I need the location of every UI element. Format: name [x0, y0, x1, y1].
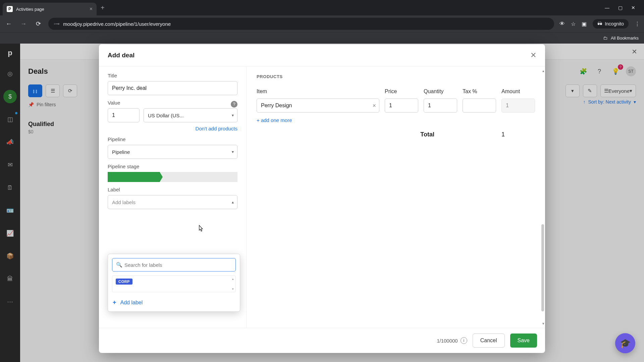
modal-right-column: PRODUCTS Item Price Quantity Tax % Amoun…	[247, 67, 545, 328]
incognito-icon: 🕶	[597, 21, 602, 26]
browser-chrome: P Activities page × + — ▢ ✕ ← → ⟳ ◦⊸ moo…	[0, 0, 644, 44]
incognito-badge[interactable]: 🕶 Incognito	[593, 19, 629, 28]
value-label: Value	[108, 100, 120, 106]
search-icon: 🔍	[116, 262, 122, 268]
pipeline-stage-selector[interactable]	[108, 172, 237, 182]
chevron-down-icon: ▾	[232, 113, 234, 118]
add-one-more-link[interactable]: + add one more	[257, 117, 535, 123]
plus-icon: +	[113, 299, 116, 306]
col-price: Price	[385, 88, 418, 95]
back-icon[interactable]: ←	[4, 20, 13, 27]
product-row: ×	[257, 99, 535, 113]
incognito-label: Incognito	[605, 21, 624, 26]
stage-segment[interactable]	[185, 172, 211, 182]
label-select[interactable]: Add labels ▴	[108, 195, 237, 209]
info-icon[interactable]: i	[461, 337, 467, 344]
product-item-input[interactable]	[257, 99, 379, 113]
address-bar[interactable]: ◦⊸ moodjoy.pipedrive.com/pipeline/1/user…	[48, 18, 554, 30]
browser-tab[interactable]: P Activities page ×	[3, 3, 97, 15]
label-field-label: Label	[108, 187, 237, 192]
label-options-list[interactable]: CORP ▴▾	[112, 276, 236, 292]
dont-add-products-link[interactable]: Don't add products	[196, 126, 237, 131]
counter-text: 1/100000	[437, 338, 458, 344]
value-help-icon[interactable]: ?	[231, 101, 237, 108]
total-label: Total	[420, 131, 434, 138]
window-controls: — ▢ ✕	[605, 5, 641, 10]
modal-close-icon[interactable]: ✕	[530, 51, 536, 60]
clear-item-icon[interactable]: ×	[372, 102, 376, 109]
new-tab-button[interactable]: +	[101, 4, 105, 12]
scroll-up-icon[interactable]: ▴	[542, 69, 544, 73]
mini-scrollbar[interactable]: ▴▾	[231, 277, 235, 291]
product-tax-input[interactable]	[463, 99, 496, 113]
title-label: Title	[108, 73, 237, 78]
caret-up-icon: ▴	[232, 200, 234, 204]
tab-close-icon[interactable]: ×	[90, 6, 93, 12]
minimize-icon[interactable]: —	[605, 5, 609, 10]
save-button[interactable]: Save	[510, 334, 537, 348]
close-window-icon[interactable]: ✕	[631, 5, 635, 10]
eye-off-icon[interactable]: 👁	[559, 21, 565, 27]
more-menu-icon[interactable]: ⋮	[635, 21, 640, 27]
total-amount: 1	[501, 131, 535, 138]
address-row: ← → ⟳ ◦⊸ moodjoy.pipedrive.com/pipeline/…	[0, 15, 644, 32]
scroll-down-icon[interactable]: ▾	[542, 321, 544, 326]
panel-icon[interactable]: ▣	[582, 21, 587, 27]
add-deal-modal: Add deal ✕ Title Value ? US Dollar (US..…	[99, 44, 545, 353]
modal-scrollbar[interactable]: ▴ ▾	[540, 67, 545, 328]
scroll-thumb[interactable]	[541, 224, 544, 311]
stage-segment[interactable]	[133, 172, 159, 182]
pipeline-select[interactable]: Pipeline ▾	[108, 145, 237, 159]
col-tax: Tax %	[463, 88, 496, 95]
modal-left-column: Title Value ? US Dollar (US... ▾ Don't a…	[99, 67, 247, 328]
bookmark-star-icon[interactable]: ☆	[571, 21, 576, 27]
help-fab-icon[interactable]: 🎓	[615, 333, 635, 353]
products-section-header: PRODUCTS	[257, 74, 535, 79]
product-amount-output	[501, 99, 535, 113]
reload-icon[interactable]: ⟳	[34, 20, 43, 27]
add-label-button[interactable]: + Add label	[112, 298, 236, 307]
stage-segment[interactable]	[160, 172, 185, 182]
product-qty-input[interactable]	[424, 99, 457, 113]
label-search-input[interactable]	[112, 258, 236, 272]
currency-select[interactable]: US Dollar (US... ▾	[144, 108, 237, 122]
pipeline-label: Pipeline	[108, 136, 237, 142]
product-price-input[interactable]	[385, 99, 418, 113]
all-bookmarks-link[interactable]: All Bookmarks	[611, 36, 639, 41]
col-item: Item	[257, 88, 379, 95]
stage-segment[interactable]	[212, 172, 237, 182]
tab-title: Activities page	[16, 7, 86, 12]
tab-bar: P Activities page × + — ▢ ✕	[0, 0, 644, 15]
modal-title: Add deal	[108, 52, 135, 59]
stage-segment[interactable]	[108, 172, 133, 182]
site-info-icon[interactable]: ◦⊸	[54, 21, 60, 27]
label-chip-corp[interactable]: CORP	[116, 279, 132, 285]
tab-favicon: P	[7, 6, 13, 12]
value-amount-input[interactable]	[108, 108, 140, 122]
chevron-down-icon: ▾	[232, 149, 234, 154]
deal-title-input[interactable]	[108, 81, 237, 95]
stage-label: Pipeline stage	[108, 164, 237, 169]
forward-icon[interactable]: →	[19, 20, 28, 27]
maximize-icon[interactable]: ▢	[618, 5, 623, 10]
label-dropdown: 🔍 CORP ▴▾ + Add label	[108, 254, 240, 312]
col-qty: Quantity	[424, 88, 457, 95]
col-amount: Amount	[501, 88, 535, 95]
bookmarks-bar: 🗀 All Bookmarks	[0, 32, 644, 44]
cancel-button[interactable]: Cancel	[473, 334, 505, 348]
url-text: moodjoy.pipedrive.com/pipeline/1/user/ev…	[63, 21, 171, 27]
bookmarks-folder-icon[interactable]: 🗀	[603, 36, 607, 41]
